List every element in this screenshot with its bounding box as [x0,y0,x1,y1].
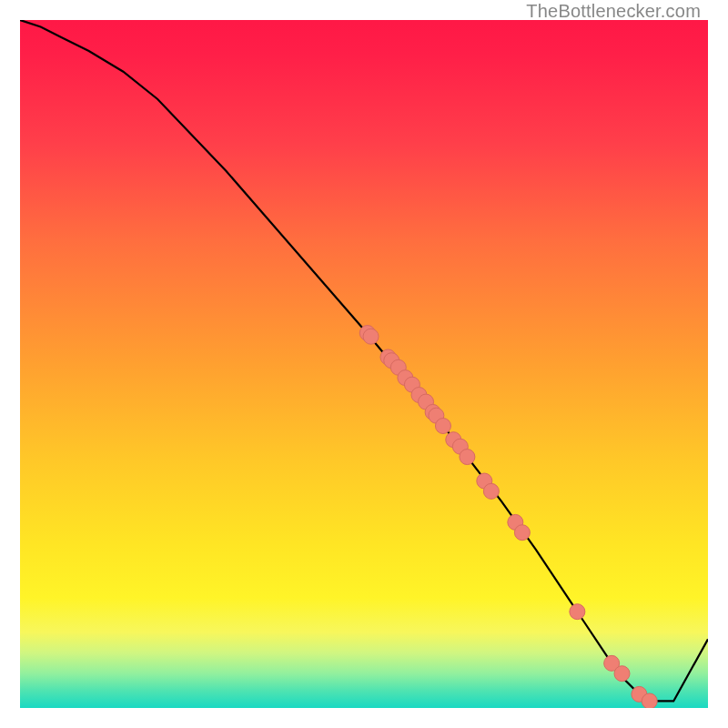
x-axis-gutter [20,708,708,728]
marker-series [359,325,657,708]
chart-svg [20,20,708,708]
data-point-marker [514,525,530,541]
corner-top-left [0,0,20,20]
line-series [20,20,708,701]
data-point-marker [642,693,657,708]
data-point-marker [614,666,630,682]
plot-area [20,20,708,708]
data-point-marker [435,419,450,434]
bottleneck-curve [20,20,708,701]
data-point-marker [483,483,499,499]
data-point-marker [460,450,475,465]
data-point-marker [363,329,379,344]
data-point-marker [570,604,585,620]
y-axis-gutter [0,20,20,708]
chart-canvas: TheBottlenecker.com [0,0,728,728]
attribution-label: TheBottlenecker.com [526,1,701,22]
attribution-bar: TheBottlenecker.com [20,0,708,20]
corner-bottom-left [0,708,20,728]
